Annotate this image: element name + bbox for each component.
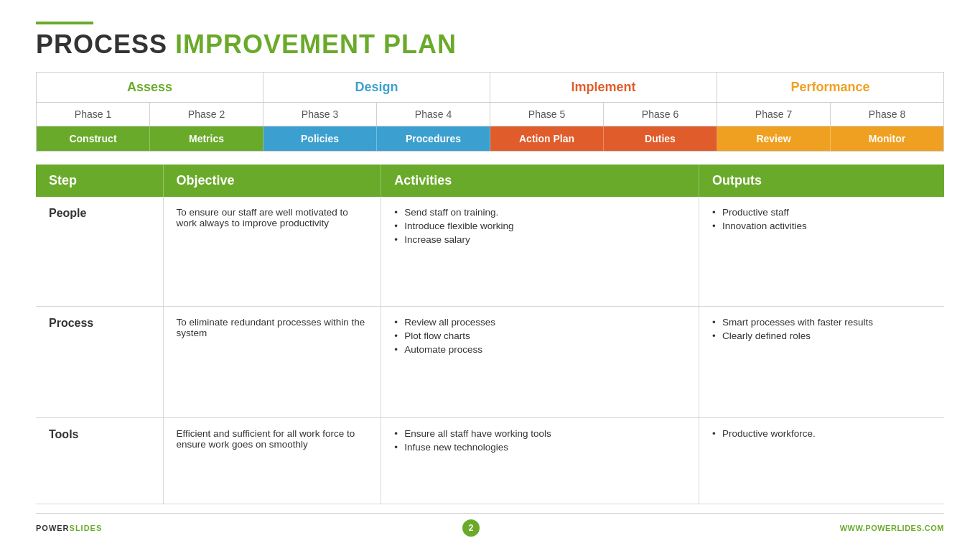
- list-item: Introduce flexible working: [394, 221, 686, 231]
- list-item: Ensure all staff have working tools: [394, 428, 686, 439]
- action-construct[interactable]: Construct: [37, 126, 150, 151]
- outputs-list-people: Productive staff Innovation activities: [712, 207, 931, 231]
- title-part2: IMPROVEMENT PLAN: [175, 29, 457, 59]
- list-item: Clearly defined roles: [712, 330, 931, 341]
- step-process: Process: [36, 307, 163, 417]
- brand-name: POWERSLIDES: [36, 524, 102, 532]
- phase-number-1: Phase 1: [37, 103, 150, 126]
- page-title: PROCESS IMPROVEMENT PLAN: [36, 30, 944, 59]
- outputs-tools: Productive workforce.: [699, 417, 944, 504]
- action-monitor[interactable]: Monitor: [831, 126, 943, 151]
- title-part1: PROCESS: [36, 29, 167, 59]
- action-review[interactable]: Review: [717, 126, 831, 151]
- list-item: Infuse new technologies: [394, 442, 686, 453]
- title-bar: PROCESS IMPROVEMENT PLAN: [36, 22, 944, 59]
- phase-actions-row: Construct Metrics Policies Procedures Ac…: [36, 126, 944, 152]
- list-item: Send staff on training.: [394, 207, 686, 218]
- outputs-list-tools: Productive workforce.: [712, 428, 931, 439]
- table-header-row: Step Objective Activities Outputs: [36, 165, 944, 197]
- table-row: Tools Efficient and sufficient for all w…: [36, 417, 944, 504]
- objective-process: To eliminate redundant processes within …: [163, 307, 381, 417]
- list-item: Innovation activities: [712, 221, 931, 231]
- table-row: People To ensure our staff are well moti…: [36, 197, 944, 307]
- phase-number-5: Phase 5: [490, 103, 604, 126]
- main-table: Step Objective Activities Outputs People…: [36, 165, 944, 504]
- header-activities: Activities: [381, 165, 699, 197]
- page-number: 2: [462, 519, 480, 537]
- header-objective: Objective: [163, 165, 381, 197]
- list-item: Smart processes with faster results: [712, 317, 931, 328]
- outputs-process: Smart processes with faster results Clea…: [699, 307, 944, 417]
- footer-website: WWW.POWERLIDES.COM: [840, 524, 944, 532]
- action-duties[interactable]: Duties: [604, 126, 717, 151]
- action-policies[interactable]: Policies: [263, 126, 377, 151]
- table-row: Process To eliminate redundant processes…: [36, 307, 944, 417]
- table-body: People To ensure our staff are well moti…: [36, 197, 944, 504]
- phase-group-design: Design: [263, 73, 490, 102]
- activities-list-people: Send staff on training. Introduce flexib…: [394, 207, 686, 245]
- header-step: Step: [36, 165, 163, 197]
- phase-number-6: Phase 6: [604, 103, 717, 126]
- brand-part1: POWER: [36, 524, 70, 532]
- activities-list-process: Review all processes Plot flow charts Au…: [394, 317, 686, 355]
- activities-tools: Ensure all staff have working tools Infu…: [381, 417, 699, 504]
- phase-numbers-row: Phase 1 Phase 2 Phase 3 Phase 4 Phase 5 …: [36, 103, 944, 126]
- header-outputs: Outputs: [699, 165, 944, 197]
- phase-number-4: Phase 4: [377, 103, 490, 126]
- objective-people: To ensure our staff are well motivated t…: [163, 197, 381, 307]
- activities-process: Review all processes Plot flow charts Au…: [381, 307, 699, 417]
- list-item: Plot flow charts: [394, 330, 686, 341]
- phase-group-performance: Performance: [717, 73, 943, 102]
- phase-group-assess: Assess: [37, 73, 263, 102]
- list-item: Productive workforce.: [712, 428, 931, 439]
- phase-number-3: Phase 3: [263, 103, 377, 126]
- action-action-plan[interactable]: Action Plan: [490, 126, 604, 151]
- step-people: People: [36, 197, 163, 307]
- list-item: Increase salary: [394, 234, 686, 245]
- page: PROCESS IMPROVEMENT PLAN Assess Design I…: [0, 0, 980, 551]
- brand-part2: SLIDES: [70, 524, 103, 532]
- phase-number-8: Phase 8: [831, 103, 943, 126]
- title-accent-line: [36, 22, 93, 24]
- action-metrics[interactable]: Metrics: [150, 126, 263, 151]
- outputs-list-process: Smart processes with faster results Clea…: [712, 317, 931, 341]
- phase-number-7: Phase 7: [717, 103, 831, 126]
- list-item: Review all processes: [394, 317, 686, 328]
- activities-list-tools: Ensure all staff have working tools Infu…: [394, 428, 686, 453]
- list-item: Productive staff: [712, 207, 931, 218]
- phase-number-2: Phase 2: [150, 103, 263, 126]
- footer-center: 2: [462, 519, 480, 537]
- activities-people: Send staff on training. Introduce flexib…: [381, 197, 699, 307]
- action-procedures[interactable]: Procedures: [377, 126, 490, 151]
- step-tools: Tools: [36, 417, 163, 504]
- phase-groups-row: Assess Design Implement Performance: [36, 72, 944, 103]
- objective-tools: Efficient and sufficient for all work fo…: [163, 417, 381, 504]
- footer: POWERSLIDES 2 WWW.POWERLIDES.COM: [36, 513, 944, 537]
- outputs-people: Productive staff Innovation activities: [699, 197, 944, 307]
- phase-group-implement: Implement: [490, 73, 717, 102]
- list-item: Automate process: [394, 344, 686, 355]
